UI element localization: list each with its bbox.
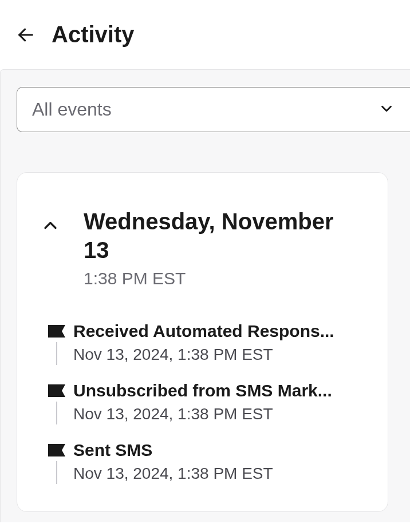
event-icon-column	[40, 321, 73, 365]
event-content: Received Automated Respons... Nov 13, 20…	[73, 321, 365, 365]
event-content: Sent SMS Nov 13, 2024, 1:38 PM EST	[73, 440, 365, 484]
timeline-connector	[56, 342, 57, 365]
event-timestamp: Nov 13, 2024, 1:38 PM EST	[73, 405, 365, 423]
back-button[interactable]	[16, 25, 36, 45]
event-filter-select[interactable]: All events	[17, 87, 410, 132]
filter-selected-label: All events	[32, 99, 112, 120]
event-title: Received Automated Respons...	[73, 321, 365, 341]
event-item[interactable]: Sent SMS Nov 13, 2024, 1:38 PM EST	[40, 440, 365, 500]
flag-icon	[48, 384, 65, 397]
date-time-label: 1:38 PM EST	[84, 269, 365, 288]
date-group-header[interactable]: Wednesday, November 13 1:38 PM EST	[40, 207, 365, 288]
date-info: Wednesday, November 13 1:38 PM EST	[84, 207, 365, 288]
timeline-connector	[56, 402, 57, 424]
event-content: Unsubscribed from SMS Mark... Nov 13, 20…	[73, 381, 365, 424]
chevron-up-icon	[40, 215, 61, 236]
flag-icon	[48, 325, 65, 338]
page-header: Activity	[0, 0, 410, 69]
date-label: Wednesday, November 13	[84, 207, 365, 264]
content-area: All events Wednesday, November 13 1:38 P…	[0, 69, 410, 522]
timeline-connector	[56, 461, 57, 484]
event-timestamp: Nov 13, 2024, 1:38 PM EST	[73, 464, 365, 483]
event-item[interactable]: Unsubscribed from SMS Mark... Nov 13, 20…	[40, 381, 365, 440]
event-item[interactable]: Received Automated Respons... Nov 13, 20…	[40, 321, 365, 381]
activity-date-card: Wednesday, November 13 1:38 PM EST Recei…	[17, 172, 388, 512]
event-timestamp: Nov 13, 2024, 1:38 PM EST	[73, 346, 365, 364]
event-title: Sent SMS	[73, 440, 365, 460]
arrow-left-icon	[16, 25, 36, 45]
page-title: Activity	[52, 22, 135, 47]
event-title: Unsubscribed from SMS Mark...	[73, 381, 365, 400]
chevron-down-icon	[378, 100, 395, 120]
event-icon-column	[40, 440, 73, 484]
event-list: Received Automated Respons... Nov 13, 20…	[40, 321, 365, 500]
collapse-toggle[interactable]	[40, 215, 61, 238]
flag-icon	[48, 444, 65, 456]
event-icon-column	[40, 381, 73, 424]
